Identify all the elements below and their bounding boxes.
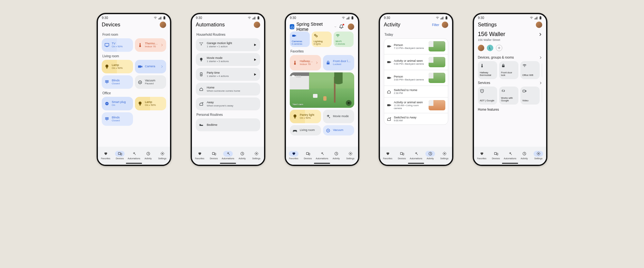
avatar[interactable] xyxy=(254,22,260,28)
category-wi-fi[interactable]: Wi-Fi2 devices xyxy=(334,32,354,47)
avatar[interactable] xyxy=(348,23,354,30)
home-indicator xyxy=(126,163,142,164)
settings-card-office-wifi[interactable]: Office Wifi xyxy=(520,61,540,79)
nav-settings[interactable]: Settings xyxy=(437,151,451,160)
card-row[interactable]: Hallway thermostat Front door lock Offic… xyxy=(478,61,542,79)
section-label: Today xyxy=(384,33,448,36)
avatar[interactable] xyxy=(160,22,166,28)
away-icon xyxy=(387,117,391,121)
add-member-button[interactable] xyxy=(496,45,502,51)
bottom-nav: Favorites Devices Automations Activity S… xyxy=(380,147,452,165)
live-badge: Live xyxy=(292,74,301,78)
avatar[interactable] xyxy=(536,22,542,28)
home-name-row[interactable]: 156 Waller xyxy=(478,31,542,38)
avatar[interactable] xyxy=(442,22,448,28)
wifi-icon xyxy=(522,63,527,68)
automation-row-home[interactable]: HomeWhen someone comes home xyxy=(196,83,260,96)
bottom-nav: Favorites Devices Automations Activity S… xyxy=(98,147,170,165)
home-name[interactable]: Spring Street Home xyxy=(296,22,332,32)
device-tile-lamp[interactable]: LampOn • 50% xyxy=(135,97,166,110)
nav-favorites[interactable]: Favorites xyxy=(475,151,489,160)
nav-activity[interactable]: Activity xyxy=(517,151,531,160)
nav-settings[interactable]: Settings xyxy=(343,151,357,160)
chevron-down-icon[interactable] xyxy=(334,25,337,28)
nav-activity[interactable]: Activity xyxy=(329,151,343,160)
header: Automations xyxy=(192,20,264,30)
device-tile-lamp[interactable]: LampOn • 50% xyxy=(102,60,133,73)
favorite-tile-movie-mode[interactable]: Movie mode xyxy=(323,110,354,123)
settings-card-front-door-lock[interactable]: Front door lock xyxy=(499,61,518,79)
category-row[interactable]: Cameras6 cameras Lighting8 lights Wi-Fi2… xyxy=(290,32,354,47)
activity-item[interactable]: Person3:00 PM • Backyard camera xyxy=(384,70,448,86)
device-tile-blinds[interactable]: BlindsClosed xyxy=(102,75,133,89)
activity-item[interactable]: Switched to Away9:00 AM xyxy=(384,113,448,125)
automation-row-garage-motion-light[interactable]: Garage motion light1 starter • 1 action xyxy=(196,38,260,51)
nav-activity[interactable]: Activity xyxy=(235,151,249,160)
member-avatar[interactable] xyxy=(478,45,484,51)
nav-settings[interactable]: Settings xyxy=(155,151,169,160)
card-row[interactable]: ADT | Google Works with Google Video M xyxy=(478,87,542,105)
section-header[interactable]: Services xyxy=(478,81,542,85)
nav-devices[interactable]: Devices xyxy=(301,151,315,160)
page-title: Devices xyxy=(102,22,120,28)
activity-item[interactable]: Activity or animal seen5:00 PM • Backyar… xyxy=(384,54,448,70)
activity-item[interactable]: Person7:13 PM • Backyard camera xyxy=(384,39,448,54)
favorite-tile-front-door-lock[interactable]: Front door lockLocked xyxy=(323,55,354,70)
member-initial[interactable]: L xyxy=(487,45,493,51)
activity-item[interactable]: Switched to Home2:30 PM xyxy=(384,86,448,97)
nav-activity[interactable]: Activity xyxy=(141,151,155,160)
nav-automations[interactable]: Automations xyxy=(503,151,517,160)
nav-devices[interactable]: Devices xyxy=(113,151,127,160)
device-tile-camera[interactable]: Camera xyxy=(135,60,166,73)
automation-row-away[interactable]: AwayWhen everyone's away xyxy=(196,97,260,110)
live-camera-card[interactable]: Live Yard cam xyxy=(290,72,354,108)
device-tile-smart-plug[interactable]: Smart plugOn xyxy=(102,97,133,110)
nav-favorites[interactable]: Favorites xyxy=(193,151,207,160)
nav-automations[interactable]: Automations xyxy=(315,151,329,160)
nav-automations[interactable]: Automations xyxy=(127,151,141,160)
nav-favorites[interactable]: Favorites xyxy=(287,151,301,160)
play-button[interactable] xyxy=(253,58,257,61)
nav-settings[interactable]: Settings xyxy=(249,151,263,160)
favorite-tile-vacuum[interactable]: Vacuum xyxy=(323,125,354,135)
nav-settings[interactable]: Settings xyxy=(531,151,545,160)
nav-automations[interactable]: Automations xyxy=(409,151,423,160)
notifications-button[interactable] xyxy=(339,24,344,29)
settings-card-m[interactable]: M xyxy=(542,87,542,105)
device-tile-vacuum[interactable]: VacuumPaused xyxy=(135,75,166,89)
filter-link[interactable]: Filter xyxy=(432,23,439,27)
nav-automations[interactable]: Automations xyxy=(221,151,235,160)
bottom-nav: Favorites Devices Automations Activity S… xyxy=(474,147,546,165)
nav-devices[interactable]: Devices xyxy=(395,151,409,160)
category-cameras[interactable]: Cameras6 cameras xyxy=(290,32,310,47)
activity-item[interactable]: Activity or animal seen11:00 AM • Living… xyxy=(384,97,448,113)
settings-card-adt-google[interactable]: ADT | Google xyxy=(478,87,497,105)
automation-row-movie-mode[interactable]: Movie mode1 starter • 3 actions xyxy=(196,53,260,66)
category-lighting[interactable]: Lighting8 lights xyxy=(312,32,332,47)
favorite-tile-hallway-thermostat[interactable]: Hallway thermostatIndoor 70 xyxy=(290,55,321,70)
mute-button[interactable] xyxy=(346,100,352,106)
home-icon xyxy=(387,89,391,94)
settings-card-video[interactable]: Video xyxy=(520,87,540,105)
section-label: Front room xyxy=(102,33,166,36)
section-header[interactable]: Devices, groups & rooms xyxy=(478,56,542,59)
settings-card-works-with-google[interactable]: Works with Google xyxy=(499,87,518,105)
nav-favorites[interactable]: Favorites xyxy=(99,151,113,160)
automation-row-bedtime[interactable]: Bedtime xyxy=(196,118,260,131)
device-tile-tv[interactable]: TVOn • 50% xyxy=(102,38,133,52)
play-button[interactable] xyxy=(253,73,257,76)
nav-activity[interactable]: Activity xyxy=(423,151,437,160)
chevron-right-icon xyxy=(539,56,542,59)
favorite-tile-living-room[interactable]: Living room xyxy=(290,125,321,135)
automation-row-party-time[interactable]: Party time1 starter • 4 actions xyxy=(196,68,260,81)
play-button[interactable] xyxy=(253,43,257,47)
nav-devices[interactable]: Devices xyxy=(489,151,503,160)
nav-favorites[interactable]: Favorites xyxy=(381,151,395,160)
favorite-tile-pantry-light[interactable]: Pantry lightOn • 50% xyxy=(290,110,321,123)
settings-card-l-t[interactable]: L T xyxy=(542,61,542,79)
device-tile-thermostat[interactable]: ThermostatIndoor 70 xyxy=(135,38,166,52)
settings-card-hallway-thermostat[interactable]: Hallway thermostat xyxy=(478,61,497,79)
section-header[interactable]: Home features xyxy=(478,108,542,111)
device-tile-blinds[interactable]: BlindsClosed xyxy=(102,112,133,126)
nav-devices[interactable]: Devices xyxy=(207,151,221,160)
